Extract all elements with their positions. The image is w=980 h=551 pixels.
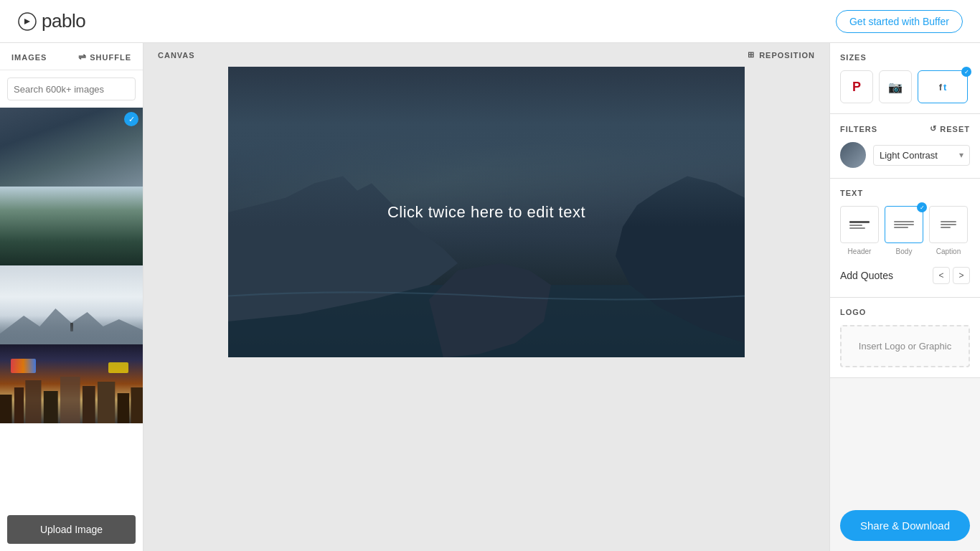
- body-style-lines: [894, 221, 914, 228]
- text-style-caption-button[interactable]: [929, 206, 968, 243]
- reposition-button[interactable]: ⊞ REPOSITION: [748, 50, 815, 60]
- filters-section: FILTERS ↺ RESET Light Contrast ▾: [830, 114, 980, 179]
- size-pinterest-button[interactable]: P: [840, 70, 873, 103]
- text-style-header: Header: [840, 206, 879, 255]
- text-style-body: ✓ Body: [885, 206, 923, 255]
- quotes-prev-button[interactable]: <: [933, 267, 950, 284]
- reposition-icon: ⊞: [748, 50, 755, 60]
- image-list: ✓: [0, 108, 143, 508]
- upload-button[interactable]: Upload Image: [7, 515, 136, 544]
- canvas-edit-text[interactable]: Click twice here to edit text: [387, 203, 585, 222]
- reset-button[interactable]: ↺ RESET: [930, 124, 970, 133]
- selected-check-cliffs: ✓: [124, 112, 138, 126]
- body-style-label: Body: [896, 248, 913, 255]
- instagram-icon: 📷: [888, 80, 903, 94]
- image-thumb-snow[interactable]: [0, 265, 143, 344]
- svg-rect-4: [44, 391, 58, 423]
- filter-row: Light Contrast ▾: [840, 142, 970, 168]
- reset-icon: ↺: [930, 124, 937, 133]
- pinterest-icon: P: [852, 80, 861, 95]
- text-style-header-button[interactable]: [840, 206, 879, 243]
- canvas-label: CANVAS: [158, 51, 195, 60]
- svg-rect-2: [14, 387, 24, 423]
- caption-style-label: Caption: [936, 248, 961, 255]
- svg-rect-3: [25, 380, 41, 423]
- app-header: pablo Get started with Buffer: [0, 0, 980, 43]
- text-styles-row: Header ✓ Body: [840, 206, 970, 255]
- caption-style-lines: [941, 221, 956, 228]
- filter-preview: [840, 142, 866, 168]
- svg-rect-5: [60, 377, 80, 423]
- header-style-lines: [849, 221, 870, 229]
- image-thumb-forest[interactable]: [0, 187, 143, 265]
- svg-rect-9: [131, 387, 143, 423]
- canvas-toolbar: CANVAS ⊞ REPOSITION: [143, 43, 829, 67]
- filters-title: FILTERS: [840, 125, 877, 133]
- share-download-button[interactable]: Share & Download: [840, 510, 970, 541]
- tab-images-label[interactable]: IMAGES: [11, 53, 47, 62]
- sizes-row: P 📷 ✓ ft: [840, 70, 970, 103]
- active-check: ✓: [961, 67, 971, 77]
- filter-select[interactable]: Light Contrast ▾: [873, 145, 970, 166]
- text-title: TEXT: [840, 189, 970, 197]
- insert-logo-area[interactable]: Insert Logo or Graphic: [840, 325, 970, 367]
- shuffle-button[interactable]: ⇌ SHUFFLE: [78, 52, 131, 62]
- svg-rect-1: [0, 395, 12, 423]
- canvas-frame[interactable]: Click twice here to edit text: [228, 67, 745, 357]
- logo-section: LOGO Insert Logo or Graphic: [830, 298, 980, 378]
- quotes-next-button[interactable]: >: [953, 267, 970, 284]
- image-thumb-cliffs[interactable]: ✓: [0, 108, 143, 187]
- svg-rect-8: [118, 393, 130, 423]
- body-active-check: ✓: [917, 202, 927, 212]
- text-style-body-button[interactable]: ✓: [885, 206, 923, 243]
- svg-rect-7: [98, 382, 115, 423]
- right-panel-spacer: [830, 378, 980, 500]
- shuffle-label: SHUFFLE: [90, 53, 131, 62]
- share-section: Share & Download: [830, 500, 980, 551]
- sizes-title: SIZES: [840, 53, 970, 62]
- left-sidebar: IMAGES ⇌ SHUFFLE 🔍 ✓: [0, 43, 143, 551]
- shuffle-icon: ⇌: [78, 52, 87, 62]
- svg-rect-6: [83, 386, 95, 423]
- get-started-button[interactable]: Get started with Buffer: [836, 10, 963, 33]
- text-section: TEXT Header ✓: [830, 179, 980, 298]
- sizes-section: SIZES P 📷 ✓ ft: [830, 43, 980, 114]
- add-quotes-row: Add Quotes < >: [840, 264, 970, 287]
- logo-title: LOGO: [840, 308, 970, 316]
- header-style-label: Header: [848, 248, 872, 255]
- insert-logo-label: Insert Logo or Graphic: [859, 341, 951, 352]
- reposition-label: REPOSITION: [759, 51, 815, 60]
- search-bar: 🔍: [7, 77, 136, 100]
- size-instagram-button[interactable]: 📷: [879, 70, 912, 103]
- logo-icon: [17, 11, 37, 32]
- quotes-nav: < >: [933, 267, 970, 284]
- right-panel: SIZES P 📷 ✓ ft: [829, 43, 980, 551]
- text-style-caption: Caption: [929, 206, 968, 255]
- size-facebook-button[interactable]: ✓ ft: [918, 70, 968, 103]
- app-logo: pablo: [17, 10, 85, 32]
- search-input[interactable]: [8, 79, 136, 100]
- canvas-area: CANVAS ⊞ REPOSITION: [143, 43, 829, 551]
- chevron-down-icon: ▾: [959, 150, 963, 160]
- sidebar-tabs: IMAGES ⇌ SHUFFLE: [0, 43, 143, 70]
- fb-tw-icon: ft: [939, 82, 947, 93]
- add-quotes-label: Add Quotes: [840, 270, 893, 281]
- filter-select-label: Light Contrast: [880, 150, 959, 161]
- image-thumb-city[interactable]: [0, 344, 143, 423]
- logo-text: pablo: [42, 10, 85, 32]
- reset-label: RESET: [940, 125, 970, 133]
- main-layout: IMAGES ⇌ SHUFFLE 🔍 ✓: [0, 43, 980, 551]
- filters-section-header: FILTERS ↺ RESET: [840, 124, 970, 133]
